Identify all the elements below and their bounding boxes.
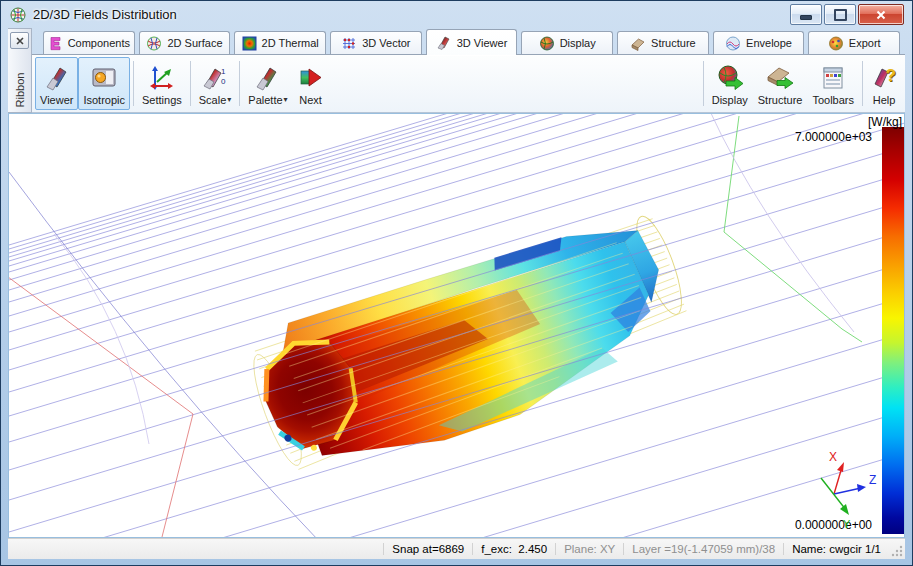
tab-envelope[interactable]: Envelope [713,31,805,54]
tab-label: 2D Surface [167,37,222,49]
envelope-icon [725,36,741,51]
close-icon [876,10,886,20]
display-button[interactable]: Display [707,57,753,110]
resize-grip-icon [891,545,903,557]
scale-button[interactable]: 1 0 Scale ▾ [194,57,237,110]
display-sphere-icon [716,65,744,91]
ribbon-toolbar: Viewer Isotropic [32,54,905,113]
colorbar-unit-label: [W/kg] [868,115,902,129]
tab-display[interactable]: Display [521,31,613,54]
thermal-icon [242,36,257,51]
next-arrow-icon [298,65,324,91]
tab-3d-viewer[interactable]: 3D Viewer [426,29,518,55]
window-title: 2D/3D Fields Distribution [33,7,177,22]
scene-3d-canvas [9,114,905,538]
toolbar-button-label: Toolbars [812,94,854,106]
tab-label: 3D Viewer [457,37,508,49]
status-f-exc: f_exc: 2.450 [472,543,555,555]
svg-text:0: 0 [221,77,226,86]
toolbars-icon [820,65,846,91]
tab-3d-vector[interactable]: 3D Vector [330,31,422,54]
tab-label: Envelope [746,37,792,49]
status-plane: Plane: XY [555,543,623,555]
settings-axes-icon [149,65,175,91]
minimize-button[interactable] [790,4,822,25]
toolbar-button-label: Palette [248,94,282,106]
axis-y-label: Y [843,518,851,530]
tab-label: Display [560,37,596,49]
ribbon: Ribbon Components 2D Surface [8,28,905,113]
status-snap: Snap at=6869 [383,543,472,555]
export-icon [828,36,844,51]
vector-icon [341,36,357,51]
ribbon-close-icon [16,37,24,45]
title-bar[interactable]: 2D/3D Fields Distribution [1,1,912,28]
toolbar-button-label: Next [299,94,322,106]
tab-2d-surface[interactable]: 2D Surface [139,31,231,54]
status-name: Name: cwgcir 1/1 [783,543,889,555]
ribbon-dock-strip: Ribbon [8,28,32,113]
scale-icon: 1 0 [202,65,228,91]
toolbar-button-label: Scale [199,94,227,106]
viewer-tab-icon [436,35,452,50]
axis-x-label: X [829,450,837,464]
minimize-icon [800,15,812,20]
viewport-3d[interactable]: [W/kg] 7.000000e+03 0.000000e+00 X Z Y [8,113,905,538]
toolbar-separator [190,61,191,106]
toolbar-button-label: Display [712,94,748,106]
app-mesh-sphere-icon [10,7,26,23]
settings-button[interactable]: Settings [137,57,187,110]
toolbar-button-label: Help [873,94,896,106]
palette-icon [255,65,281,91]
toolbar-separator [133,61,134,106]
next-button[interactable]: Next [293,57,329,110]
toolbars-button[interactable]: Toolbars [807,57,859,110]
dropdown-caret-icon: ▾ [227,96,231,104]
colorbar-max-label: 7.000000e+03 [795,130,872,144]
resize-grip[interactable] [889,539,905,559]
close-button[interactable] [858,4,904,25]
app-window: 2D/3D Fields Distribution Ribbon Compone… [0,0,913,566]
help-button[interactable]: ? Help [866,57,902,110]
tab-row: Components 2D Surface 2D Thermal [32,28,905,54]
restore-icon [834,9,847,21]
axis-triad: X Z Y [801,448,891,532]
svg-text:1: 1 [221,67,226,76]
palette-button[interactable]: Palette ▾ [243,57,292,110]
tab-label: 3D Vector [362,37,410,49]
viewer-icon [44,65,70,91]
status-layer: Layer =19(-1.47059 mm)/38 [623,543,783,555]
status-bar: Snap at=6869 f_exc: 2.450 Plane: XY Laye… [8,538,905,559]
toolbar-separator [862,61,863,106]
tab-label: Components [68,37,130,49]
toolbar-separator [239,61,240,106]
structure-tab-icon [630,36,646,51]
tab-structure[interactable]: Structure [617,31,709,54]
restore-button[interactable] [824,4,856,25]
tab-label: Structure [651,37,696,49]
surface-icon [146,36,162,51]
toolbar-button-label: Settings [142,94,182,106]
isotropic-button[interactable]: Isotropic [78,57,130,110]
components-icon [48,36,63,51]
tab-2d-thermal[interactable]: 2D Thermal [234,31,326,54]
tab-label: 2D Thermal [262,37,319,49]
help-question-glyph: ? [886,66,896,86]
display-tab-icon [539,36,555,51]
axis-z-label: Z [869,473,876,487]
ribbon-close-button[interactable] [10,32,29,49]
tab-export[interactable]: Export [808,31,900,54]
toolbar-button-label: Structure [758,94,803,106]
isotropic-icon [91,65,117,91]
ribbon-dock-label: Ribbon [14,73,26,108]
tab-label: Export [849,37,881,49]
structure-button[interactable]: Structure [753,57,808,110]
toolbar-button-label: Viewer [40,94,73,106]
toolbar-separator [703,61,704,106]
toolbar-button-label: Isotropic [83,94,125,106]
tab-components[interactable]: Components [43,31,135,54]
viewer-button[interactable]: Viewer [35,57,78,110]
dropdown-caret-icon: ▾ [284,96,288,104]
structure-slab-icon [766,65,794,91]
